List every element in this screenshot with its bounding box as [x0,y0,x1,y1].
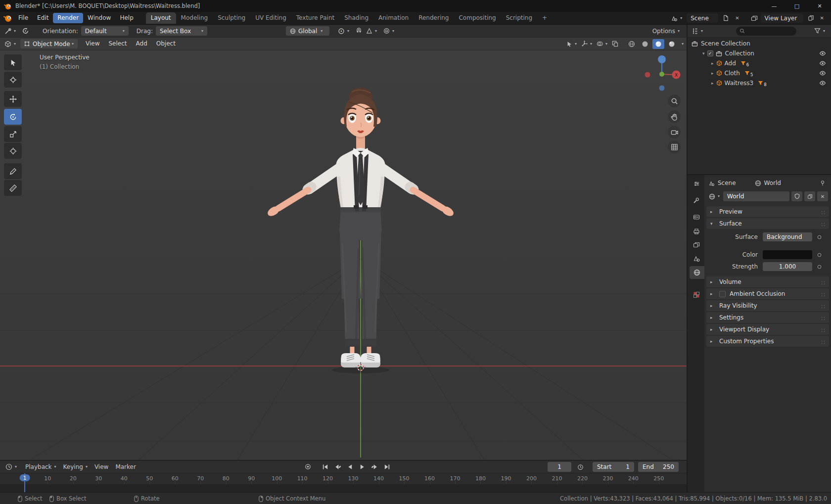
menu-file[interactable]: File [14,13,33,23]
drag-handle-icon[interactable]: ∷ [821,315,825,322]
fake-user-button[interactable] [791,191,802,201]
menu-edit[interactable]: Edit [33,13,53,23]
blender-logo-icon[interactable] [3,14,12,22]
viewport-ortho-button[interactable] [668,140,681,153]
transform-orientation-dropdown[interactable]: Global ▾ [286,26,329,36]
viewport-menu-add[interactable]: Add [132,39,151,48]
world-name-field[interactable]: World [723,191,789,201]
scene-browse-button[interactable]: ▾ [669,14,684,23]
timeline-track-area[interactable] [0,484,687,493]
browse-world-button[interactable]: ▾ [707,192,721,201]
auto-keying-button[interactable] [303,461,313,472]
timeline-menu-marker[interactable]: Marker [115,463,136,470]
timeline-menu-keying[interactable]: Keying▾ [63,463,88,470]
waitress-character-model[interactable] [262,85,460,379]
use-preview-range-button[interactable] [575,462,586,472]
play-button[interactable] [357,461,368,472]
outliner-row-cloth[interactable]: ▸ Cloth 5 [688,68,831,78]
unlink-scene-button[interactable]: ✕ [734,14,740,22]
tool-transform[interactable] [4,143,22,159]
disclosure-closed-icon[interactable]: ▸ [711,81,714,86]
tool-annotate[interactable] [4,163,22,179]
strength-slider[interactable]: 1.000 [763,262,812,271]
new-world-button[interactable] [804,191,815,201]
show-overlays-button[interactable]: ▾ [595,40,609,48]
breadcrumb-scene[interactable]: Scene [718,180,736,186]
add-workspace-button[interactable]: + [537,12,552,24]
workspace-tab-animation[interactable]: Animation [373,12,414,24]
select-visibility-button[interactable]: ▾ [565,40,578,48]
tool-move[interactable] [4,91,22,107]
workspace-tab-rendering[interactable]: Rendering [414,12,454,24]
workspace-tab-modeling[interactable]: Modeling [176,12,213,24]
workspace-tab-shading[interactable]: Shading [339,12,373,24]
close-button[interactable]: ✕ [808,0,831,12]
remove-view-layer-button[interactable]: ✕ [819,14,826,22]
pin-id-button[interactable] [818,179,827,187]
viewport-3d[interactable]: User Perspective (1) Collection [0,50,687,460]
viewport-menu-view[interactable]: View [82,39,103,48]
options-dropdown[interactable]: Options ▾ [652,28,684,35]
editor-type-button[interactable]: ▾ [3,27,17,36]
drag-handle-icon[interactable]: ∷ [821,221,825,228]
socket-icon[interactable] [817,265,822,269]
snap-toggle-button[interactable] [354,27,364,35]
tool-rotate[interactable] [4,109,22,125]
panel-custom-properties[interactable]: ▸ Custom Properties ∷ [706,336,829,347]
outliner-row-add[interactable]: ▸ Add 6 [688,58,831,68]
drag-handle-icon[interactable]: ∷ [821,209,825,216]
navigation-gizmo[interactable]: X [641,53,683,95]
viewport-zoom-button[interactable] [668,94,681,107]
shading-options-button[interactable]: ▾ [682,42,684,46]
outliner-row-scene-collection[interactable]: Scene Collection [688,39,831,48]
menu-render[interactable]: Render [53,13,83,23]
jump-to-end-button[interactable] [382,461,392,472]
timeline-menu-view[interactable]: View [94,463,108,470]
panel-preview[interactable]: ▸ Preview ∷ [706,206,829,217]
timeline-editor-type-button[interactable]: ▾ [4,462,18,471]
drag-handle-icon[interactable]: ∷ [821,303,825,310]
add-view-layer-button[interactable] [806,14,816,22]
tab-scene-properties[interactable] [690,252,703,265]
color-swatch[interactable] [763,250,812,259]
proportional-editing-button[interactable]: ▾ [382,27,396,35]
drag-handle-icon[interactable]: ∷ [821,279,825,286]
pivot-point-button[interactable]: ▾ [336,27,351,36]
drag-dropdown[interactable]: Select Box ▾ [156,26,207,36]
new-scene-button[interactable] [721,14,731,22]
collection-checkbox[interactable]: ✓ [707,50,713,56]
workspace-tab-sculpting[interactable]: Sculpting [213,12,250,24]
visibility-eye-icon[interactable] [819,60,826,67]
shading-wireframe-button[interactable] [626,39,638,49]
panel-ray-visibility[interactable]: ▸ Ray Visibility ∷ [706,300,829,311]
socket-icon[interactable] [817,253,822,257]
panel-settings[interactable]: ▸ Settings ∷ [706,312,829,323]
jump-to-start-button[interactable] [320,461,330,472]
drag-handle-icon[interactable]: ∷ [821,327,825,334]
panel-volume[interactable]: ▸ Volume ∷ [706,276,829,287]
tab-world-properties[interactable] [690,266,704,279]
shading-material-button[interactable] [652,39,664,49]
menu-window[interactable]: Window [83,13,115,23]
outliner-row-collection[interactable]: ▾ ✓ Collection [688,48,831,58]
maximize-button[interactable]: □ [785,0,808,12]
socket-icon[interactable] [817,235,822,239]
start-frame-field[interactable]: Start 1 [593,462,634,472]
play-reverse-button[interactable] [345,461,355,472]
workspace-tab-texture-paint[interactable]: Texture Paint [291,12,339,24]
end-frame-field[interactable]: End 250 [638,462,679,472]
breadcrumb-world[interactable]: World [764,180,781,186]
viewport-editor-type-button[interactable]: ▾ [3,40,17,48]
panel-ambient-occlusion[interactable]: ▸ Ambient Occlusion ∷ [706,288,829,299]
drag-handle-icon[interactable]: ∷ [821,339,825,346]
menu-help[interactable]: Help [115,13,138,23]
disclosure-open-icon[interactable]: ▾ [702,51,705,56]
viewport-menu-object[interactable]: Object [152,39,180,48]
viewport-menu-select[interactable]: Select [105,39,131,48]
visibility-eye-icon[interactable] [819,80,826,87]
properties-editor-type-button[interactable] [690,177,703,190]
next-keyframe-button[interactable] [369,461,380,472]
drag-handle-icon[interactable]: ∷ [821,291,825,298]
disclosure-closed-icon[interactable]: ▸ [711,61,714,66]
current-frame-marker[interactable]: 1 [20,474,30,481]
